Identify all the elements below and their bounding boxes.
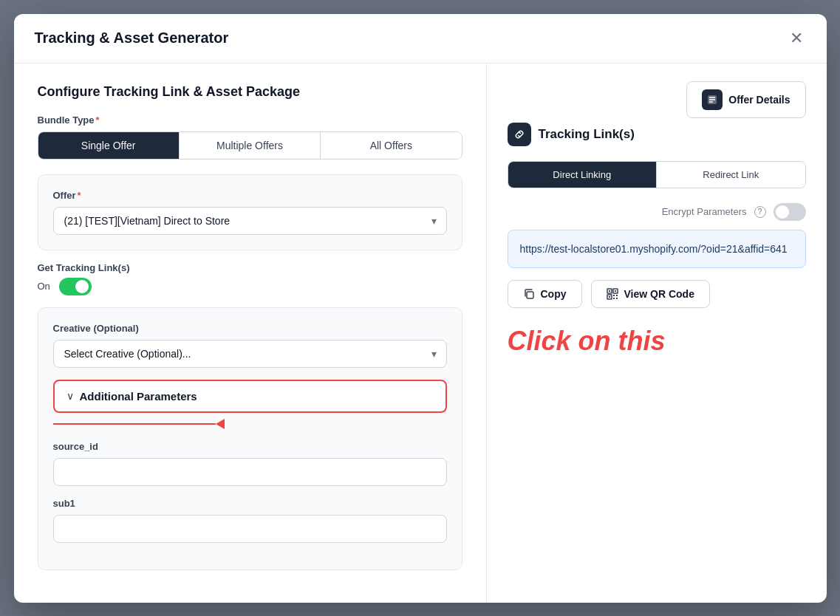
tracking-link-heading: Tracking Link(s) bbox=[539, 127, 635, 142]
modal-header: Tracking & Asset Generator ✕ bbox=[14, 14, 827, 64]
offer-card: Offer* (21) [TEST][Vietnam] Direct to St… bbox=[38, 174, 462, 250]
offer-required-star: * bbox=[78, 190, 81, 201]
tracking-toggle-row: Get Tracking Link(s) bbox=[38, 262, 462, 273]
url-box: https://test-localstore01.myshopify.com/… bbox=[508, 230, 806, 268]
tracking-url: https://test-localstore01.myshopify.com/… bbox=[520, 243, 788, 255]
action-buttons: Copy bbox=[508, 280, 806, 308]
tracking-link-title: Tracking Link(s) bbox=[508, 123, 687, 146]
arrow-line bbox=[53, 423, 216, 425]
close-button[interactable]: ✕ bbox=[787, 27, 806, 49]
offer-details-icon bbox=[702, 89, 723, 110]
source-id-group: source_id bbox=[53, 441, 447, 486]
bundle-all-offers[interactable]: All Offers bbox=[321, 132, 461, 159]
encrypt-row: Encrypt Parameters ? bbox=[508, 203, 806, 221]
sub1-input[interactable] bbox=[53, 515, 447, 543]
bundle-multiple-offers[interactable]: Multiple Offers bbox=[180, 132, 321, 159]
view-qr-label: View QR Code bbox=[624, 288, 694, 300]
toggle-text: On bbox=[38, 281, 50, 292]
encrypt-toggle[interactable] bbox=[774, 203, 806, 221]
svg-rect-13 bbox=[613, 298, 615, 299]
modal-body: Configure Tracking Link & Asset Package … bbox=[14, 64, 827, 603]
tab-direct-linking[interactable]: Direct Linking bbox=[508, 162, 658, 188]
arrow-head bbox=[216, 419, 225, 429]
additional-params-chevron-icon: ∨ bbox=[66, 390, 74, 402]
help-icon[interactable]: ? bbox=[754, 206, 766, 218]
offer-details-label: Offer Details bbox=[728, 94, 790, 106]
bundle-single-offer[interactable]: Single Offer bbox=[38, 132, 180, 159]
modal: Tracking & Asset Generator ✕ Configure T… bbox=[14, 14, 827, 603]
svg-rect-8 bbox=[615, 290, 616, 292]
additional-params-toggle[interactable]: ∨ Additional Parameters bbox=[53, 380, 447, 413]
get-tracking-label: Get Tracking Link(s) bbox=[38, 262, 130, 273]
creative-card: Creative (Optional) Select Creative (Opt… bbox=[38, 307, 462, 570]
creative-select[interactable]: Select Creative (Optional)... bbox=[53, 340, 447, 368]
close-icon: ✕ bbox=[790, 29, 803, 47]
tracking-tab-group: Direct Linking Redirect Link bbox=[508, 161, 806, 188]
modal-title: Tracking & Asset Generator bbox=[35, 30, 229, 47]
left-panel: Configure Tracking Link & Asset Package … bbox=[14, 64, 487, 603]
tracking-link-icon bbox=[508, 123, 531, 146]
view-qr-button[interactable]: View QR Code bbox=[591, 280, 710, 308]
svg-rect-11 bbox=[613, 295, 615, 296]
qr-icon bbox=[607, 288, 618, 300]
offer-label: Offer* bbox=[53, 190, 447, 201]
right-panel: Offer Details Tracking Link(s) bbox=[487, 64, 827, 603]
toggle-on-row: On bbox=[38, 278, 462, 295]
copy-label: Copy bbox=[541, 288, 567, 300]
arrow-annotation bbox=[53, 419, 447, 429]
copy-button[interactable]: Copy bbox=[508, 280, 582, 308]
copy-icon bbox=[523, 288, 535, 300]
svg-rect-14 bbox=[616, 298, 618, 299]
offer-details-button[interactable]: Offer Details bbox=[686, 81, 805, 118]
bundle-type-label: Bundle Type* bbox=[38, 114, 462, 126]
offer-select[interactable]: (21) [TEST][Vietnam] Direct to Store bbox=[53, 207, 447, 235]
svg-rect-6 bbox=[609, 290, 610, 292]
svg-rect-12 bbox=[616, 295, 618, 296]
creative-label: Creative (Optional) bbox=[53, 323, 447, 334]
creative-select-wrapper: Select Creative (Optional)... ▾ bbox=[53, 340, 447, 368]
svg-rect-4 bbox=[527, 292, 533, 298]
svg-rect-10 bbox=[609, 296, 610, 298]
additional-params-label: Additional Parameters bbox=[80, 390, 197, 403]
click-annotation: Click on this bbox=[508, 326, 806, 357]
modal-overlay: Tracking & Asset Generator ✕ Configure T… bbox=[0, 0, 840, 616]
toggle-switch[interactable] bbox=[59, 278, 92, 295]
offer-select-wrapper: (21) [TEST][Vietnam] Direct to Store ▾ bbox=[53, 207, 447, 235]
encrypt-label: Encrypt Parameters bbox=[662, 206, 747, 217]
tracking-link-section: Tracking Link(s) Direct Linking Redirect… bbox=[508, 123, 806, 357]
tab-redirect-link[interactable]: Redirect Link bbox=[657, 162, 805, 188]
bundle-type-group: Single Offer Multiple Offers All Offers bbox=[38, 131, 462, 160]
sub1-label: sub1 bbox=[53, 498, 447, 509]
required-star: * bbox=[96, 114, 100, 126]
section-title: Configure Tracking Link & Asset Package bbox=[38, 84, 462, 100]
source-id-input[interactable] bbox=[53, 458, 447, 486]
sub1-group: sub1 bbox=[53, 498, 447, 543]
source-id-label: source_id bbox=[53, 441, 447, 452]
